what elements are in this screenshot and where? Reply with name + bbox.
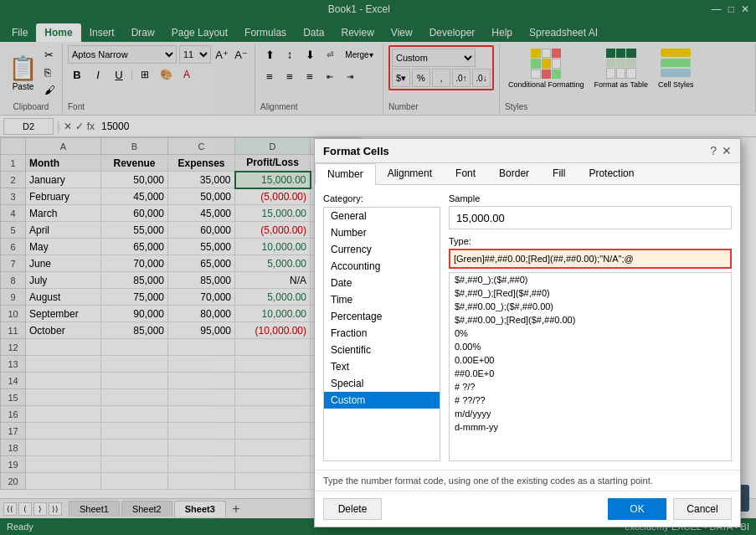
format-panel: Sample 15,000.00 Type: $#,##0_);($#,##0)… <box>449 193 732 461</box>
delete-button[interactable]: Delete <box>323 498 382 520</box>
type-item[interactable]: $#,##0_);($#,##0) <box>450 273 731 286</box>
type-item[interactable]: m/d/yyyy <box>450 407 731 420</box>
type-item[interactable]: 0% <box>450 327 731 340</box>
category-item-text[interactable]: Text <box>324 358 440 375</box>
format-cells-dialog: Format Cells ? ✕ Number Alignment Font B… <box>314 138 741 527</box>
category-item-scientific[interactable]: Scientific <box>324 342 440 358</box>
type-section: Type: $#,##0_);($#,##0) $#,##0_);[Red]($… <box>449 236 732 461</box>
dialog-hint: Type the number format code, using one o… <box>315 470 740 491</box>
type-item[interactable]: $#,##0.00_);($#,##0.00) <box>450 300 731 313</box>
dialog-body: Category: General Number Currency Accoun… <box>315 185 740 470</box>
dialog-help-btn[interactable]: ? <box>710 144 717 157</box>
type-input[interactable] <box>449 249 732 269</box>
category-list[interactable]: General Number Currency Accounting Date … <box>323 207 440 461</box>
dialog-tab-protection[interactable]: Protection <box>577 163 645 184</box>
category-item-custom[interactable]: Custom <box>324 392 440 409</box>
dialog-tabs: Number Alignment Font Border Fill Protec… <box>315 163 740 185</box>
type-item[interactable]: 0.00% <box>450 340 731 353</box>
category-item-accounting[interactable]: Accounting <box>324 258 440 275</box>
cancel-button[interactable]: Cancel <box>673 498 732 520</box>
type-item[interactable]: d-mmm-yy <box>450 420 731 434</box>
type-item[interactable]: # ??/?? <box>450 394 731 407</box>
dialog-tab-number[interactable]: Number <box>315 163 376 185</box>
type-list[interactable]: $#,##0_);($#,##0) $#,##0_);[Red]($#,##0)… <box>449 272 732 461</box>
category-item-general[interactable]: General <box>324 208 440 224</box>
category-item-percentage[interactable]: Percentage <box>324 308 440 325</box>
type-item[interactable]: $#,##0_);[Red]($#,##0) <box>450 286 731 300</box>
category-item-date[interactable]: Date <box>324 275 440 291</box>
type-item[interactable]: 0.00E+00 <box>450 353 731 367</box>
category-item-number[interactable]: Number <box>324 224 440 241</box>
category-panel: Category: General Number Currency Accoun… <box>323 193 440 461</box>
ok-button[interactable]: OK <box>608 498 666 520</box>
dialog-tab-font[interactable]: Font <box>444 163 487 184</box>
sample-section: Sample 15,000.00 <box>449 193 732 229</box>
category-item-time[interactable]: Time <box>324 291 440 308</box>
type-item[interactable]: ##0.0E+0 <box>450 367 731 380</box>
type-label: Type: <box>449 236 732 246</box>
type-item[interactable]: $#,##0.00_);[Red]($#,##0.00) <box>450 313 731 327</box>
dialog-tab-border[interactable]: Border <box>487 163 541 184</box>
sample-box: 15,000.00 <box>449 206 732 229</box>
sample-label: Sample <box>449 193 732 203</box>
category-item-special[interactable]: Special <box>324 375 440 392</box>
category-item-currency[interactable]: Currency <box>324 241 440 258</box>
dialog-close-btn[interactable]: ✕ <box>722 144 732 157</box>
dialog-tab-alignment[interactable]: Alignment <box>376 163 444 184</box>
category-item-fraction[interactable]: Fraction <box>324 325 440 342</box>
sample-value: 15,000.00 <box>456 212 505 224</box>
dialog-buttons: Delete OK Cancel <box>315 491 740 527</box>
category-label: Category: <box>323 193 440 203</box>
dialog-title-controls: ? ✕ <box>710 144 732 157</box>
dialog-tab-fill[interactable]: Fill <box>541 163 577 184</box>
type-item[interactable]: # ?/? <box>450 380 731 394</box>
dialog-title-bar: Format Cells ? ✕ <box>315 139 740 163</box>
dialog-title-text: Format Cells <box>323 145 389 157</box>
